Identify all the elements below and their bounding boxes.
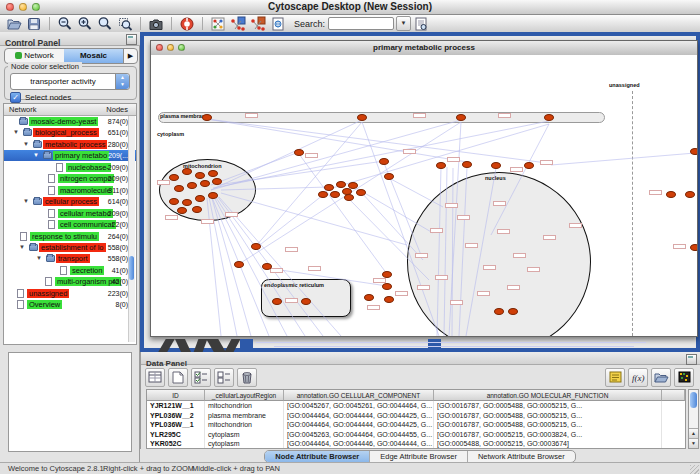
zoom-selected-icon[interactable] <box>116 16 134 32</box>
float-panel-icon[interactable] <box>126 34 137 45</box>
expand-arrow-icon[interactable]: ▼ <box>19 244 25 250</box>
tree-row-establishment-of-lo[interactable]: ▼establishment of lo558(0) <box>4 242 136 253</box>
network-node[interactable] <box>234 261 244 268</box>
tab-edge-attribute-browser[interactable]: Edge Attribute Browser <box>370 451 468 462</box>
table-cell[interactable]: [GO:0044464, GO:0044444, GO:0044425, G..… <box>284 411 434 421</box>
table-cell[interactable]: [GO:0044464, GO:0044444, GO:0044425, G..… <box>284 420 434 430</box>
search-input[interactable] <box>328 17 394 30</box>
network-node[interactable] <box>192 206 202 213</box>
tree-column-nodes[interactable]: Nodes <box>106 105 128 114</box>
network-node[interactable] <box>364 294 374 301</box>
search-index-icon[interactable] <box>412 16 430 32</box>
save-icon[interactable] <box>25 16 43 32</box>
tab-network-attribute-browser[interactable]: Network Attribute Browser <box>468 451 575 462</box>
tree-row-response-to-stimulu[interactable]: response to stimulu264(0) <box>4 231 136 242</box>
network-node[interactable] <box>379 158 389 165</box>
expand-arrow-icon[interactable]: ▼ <box>23 198 29 204</box>
network-node[interactable] <box>195 195 205 202</box>
tree-row-nucleobase-[interactable]: nucleobase-209(0) <box>4 162 136 173</box>
network-node[interactable] <box>177 207 187 214</box>
network-node[interactable] <box>195 172 205 179</box>
select-nodes-checkbox[interactable]: ✓ <box>10 92 21 103</box>
network-node[interactable] <box>294 149 304 156</box>
table-cell[interactable]: [GO:0045267, GO:0045261, GO:0044464, G..… <box>284 401 434 411</box>
table-cell[interactable]: [GO:0016787, GO:0005488, GO:0005215, G..… <box>434 401 662 411</box>
overview-icon[interactable] <box>209 16 227 32</box>
tree-row-primary-metabo[interactable]: ▼primary metabo209(... <box>4 150 136 161</box>
tree-row-multi-organism-pro[interactable]: multi-organism pro42(0) <box>4 276 136 287</box>
tree-row-cell-communicat[interactable]: cell communicat22(0) <box>4 219 136 230</box>
network-node[interactable] <box>301 298 311 305</box>
network-canvas[interactable]: plasma membrane cytoplasm mitochondrion … <box>151 55 697 336</box>
network-node[interactable] <box>508 308 518 315</box>
column-header-ID[interactable]: ID <box>147 390 205 401</box>
network-node[interactable] <box>494 308 504 315</box>
network-node[interactable] <box>318 191 328 198</box>
network-node[interactable] <box>324 184 334 191</box>
node-color-dropdown[interactable]: transporter activity ▲▼ <box>10 73 130 90</box>
table-cell[interactable]: [GO:0016787, GO:0005215, GO:0003824, G..… <box>434 430 662 440</box>
network-node[interactable] <box>251 243 261 250</box>
tree-row-unassigned[interactable]: unassigned223(0) <box>4 288 136 299</box>
network-node[interactable] <box>208 192 218 199</box>
table-cell[interactable]: [GO:0044464, GO:0044446, GO:0044444, G..… <box>284 439 434 449</box>
network-node[interactable] <box>212 178 222 185</box>
column-header-annotation.GO MOLECULAR_FUNCTION[interactable]: annotation.GO MOLECULAR_FUNCTION <box>434 390 662 401</box>
network-node[interactable] <box>666 191 676 198</box>
tree-row-nitrogen-compo[interactable]: nitrogen compo209(0) <box>4 173 136 184</box>
network-node[interactable] <box>330 191 340 198</box>
web-import-icon[interactable] <box>269 16 287 32</box>
table-cell[interactable]: [GO:0016787, GO:0005488, GO:0005215, G..… <box>434 420 662 430</box>
tree-row-macromolecule[interactable]: macromolecule311(0) <box>4 185 136 196</box>
network-node[interactable] <box>382 283 392 290</box>
scroll-up-icon[interactable]: ▲ <box>689 428 698 438</box>
network-node[interactable] <box>384 296 394 303</box>
zoom-out-icon[interactable] <box>56 16 74 32</box>
delete-attribute-icon[interactable] <box>237 368 257 387</box>
table-cell[interactable]: [GO:0045263, GO:0044464, GO:0044455, G..… <box>284 430 434 440</box>
network-node[interactable] <box>685 191 695 198</box>
attribute-editor-icon[interactable] <box>605 368 625 387</box>
column-header-annotation.GO CELLULAR_COMPONENT[interactable]: annotation.GO CELLULAR_COMPONENT <box>284 390 434 401</box>
table-cell[interactable]: YKR052C <box>147 439 205 449</box>
network-node[interactable] <box>169 174 179 181</box>
table-cell[interactable]: YJR121W__1 <box>147 401 205 411</box>
network-node[interactable] <box>200 180 210 187</box>
tab-mosaic[interactable]: Mosaic <box>64 49 123 63</box>
column-header-_cellularLayoutRegion[interactable]: _cellularLayoutRegion <box>205 390 284 401</box>
network-node[interactable] <box>357 114 367 121</box>
table-cell[interactable]: YPL036W__2 <box>147 411 205 421</box>
dropdown-stepper-icon[interactable]: ▲▼ <box>115 74 129 89</box>
float-data-panel-icon[interactable] <box>686 354 697 365</box>
network-node[interactable] <box>491 162 501 169</box>
scroll-down-icon[interactable]: ▼ <box>689 438 698 448</box>
expand-arrow-icon[interactable]: ▼ <box>13 129 19 135</box>
network-node[interactable] <box>348 182 358 189</box>
table-cell[interactable]: YLR295C <box>147 430 205 440</box>
network-window-titlebar[interactable]: primary metabolic process <box>151 41 697 56</box>
network-node[interactable] <box>169 198 179 205</box>
more-tabs-button[interactable]: ▶ <box>123 49 137 63</box>
network-node[interactable] <box>690 148 697 155</box>
zoom-fit-icon[interactable] <box>96 16 114 32</box>
tree-row-mosaic-demo-yeast[interactable]: mosaic-demo-yeast874(0) <box>4 116 136 127</box>
new-attribute-icon[interactable] <box>168 368 188 387</box>
tree-row-biological-process[interactable]: ▼biological_process651(0) <box>4 127 136 138</box>
network-node[interactable] <box>462 161 472 168</box>
network-node[interactable] <box>690 244 697 251</box>
table-cell[interactable]: [GO:0005488, GO:0005215, GO:0003674] <box>434 439 662 449</box>
tree-scrollbar[interactable] <box>128 116 135 342</box>
network-node[interactable] <box>382 271 392 278</box>
network-node[interactable] <box>544 114 554 121</box>
expand-arrow-icon[interactable]: ▼ <box>23 141 29 147</box>
network-node[interactable] <box>202 114 212 121</box>
tree-scrollbar-thumb[interactable] <box>129 256 134 280</box>
table-cell[interactable]: mitochondrion <box>205 420 284 430</box>
unselect-attributes-icon[interactable] <box>214 368 234 387</box>
network-node[interactable] <box>436 162 446 169</box>
tree-row-overview[interactable]: Overview8(0) <box>4 299 136 310</box>
table-cell[interactable]: cytoplasm <box>205 439 284 449</box>
tab-node-attribute-browser[interactable]: Node Attribute Browser <box>265 451 370 462</box>
network-node[interactable] <box>336 181 346 188</box>
function-builder-icon[interactable]: f(x) <box>628 368 648 387</box>
